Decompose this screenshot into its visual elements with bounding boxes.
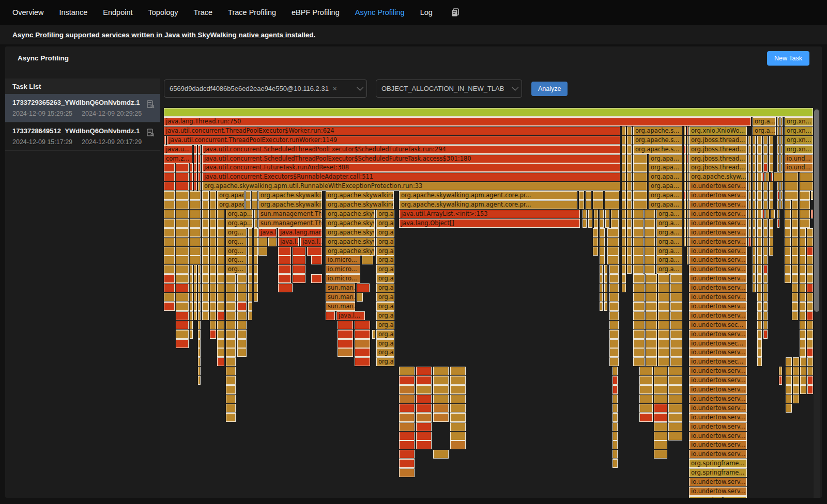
flame-cell[interactable] (278, 284, 293, 292)
flame-cell[interactable] (611, 219, 619, 228)
flame-cell[interactable] (646, 357, 657, 366)
flame-cell[interactable] (777, 219, 779, 228)
flame-cell[interactable] (668, 367, 682, 375)
flame-cell[interactable]: org.a... (376, 284, 394, 292)
flame-cell[interactable] (763, 145, 768, 154)
flame-cell[interactable] (164, 136, 166, 145)
task-list-item[interactable]: 1733729365263_YWdlbnQ6OnNvbmdz.12024-12-… (5, 94, 160, 122)
flame-cell[interactable] (786, 367, 792, 375)
flame-cell[interactable] (600, 247, 605, 256)
flame-cell[interactable]: org.apache.skywa... (326, 210, 375, 218)
flame-cell[interactable] (748, 163, 751, 172)
flame-cell[interactable] (748, 219, 751, 228)
flame-cell[interactable] (586, 191, 591, 200)
flame-cell[interactable] (237, 330, 247, 339)
flame-cell[interactable] (748, 145, 751, 154)
flame-cell[interactable] (800, 247, 806, 256)
flame-cell[interactable] (658, 321, 669, 329)
flame-cell[interactable] (763, 256, 768, 264)
flame-cell[interactable] (164, 228, 175, 237)
flame-cell[interactable] (633, 256, 644, 264)
flame-cell[interactable] (633, 339, 645, 348)
flame-cell[interactable] (748, 154, 751, 163)
flame-cell[interactable] (198, 163, 201, 172)
flame-cell[interactable]: org.apache.skywalking.... (258, 200, 322, 209)
flame-cell[interactable] (246, 200, 251, 209)
flame-cell[interactable] (800, 228, 806, 237)
flame-cell[interactable]: org.xnio.XnioWo... (689, 127, 747, 135)
flame-cell[interactable] (190, 330, 193, 339)
flame-cell[interactable] (164, 284, 175, 292)
flame-cell[interactable] (627, 200, 632, 209)
flame-cell[interactable] (600, 238, 605, 246)
flame-cell[interactable] (684, 228, 686, 237)
flame-cell[interactable] (226, 302, 236, 311)
flame-cell[interactable] (646, 330, 657, 339)
flame-cell[interactable] (645, 238, 655, 246)
flame-cell[interactable] (792, 284, 798, 292)
flame-cell[interactable] (612, 385, 618, 394)
flame-cell[interactable] (807, 228, 813, 237)
flame-cell[interactable] (612, 432, 618, 440)
flame-cell[interactable] (769, 163, 773, 172)
flame-cell[interactable] (748, 228, 751, 237)
flame-cell[interactable] (757, 265, 762, 274)
flame-cell[interactable]: org.a... (376, 247, 394, 256)
flame-cell[interactable] (800, 274, 806, 283)
flame-cell[interactable] (687, 200, 688, 209)
flame-cell[interactable] (258, 247, 267, 256)
flame-cell[interactable] (612, 422, 618, 431)
flame-cell[interactable]: io.micro... (326, 274, 360, 283)
flame-cell[interactable] (763, 228, 768, 237)
flame-cell[interactable] (627, 145, 632, 154)
flame-cell[interactable] (202, 228, 209, 237)
flame-cell[interactable] (684, 136, 686, 145)
task-list-item[interactable]: 1733728649512_YWdlbnQ6OnNvbmdz.12024-12-… (5, 122, 160, 151)
flame-cell[interactable] (684, 172, 686, 181)
flame-cell[interactable] (753, 182, 756, 191)
flame-cell[interactable] (217, 219, 224, 228)
flame-cell[interactable] (176, 247, 189, 256)
flame-cell[interactable] (604, 284, 607, 292)
flame-cell[interactable] (399, 432, 415, 440)
flame-cell[interactable] (226, 367, 236, 375)
flame-cell[interactable]: org.apac... (217, 200, 244, 209)
flame-cell[interactable] (450, 367, 466, 375)
flame-cell[interactable] (226, 311, 236, 320)
flame-cell[interactable] (248, 311, 252, 320)
flame-cell[interactable] (684, 238, 686, 246)
flame-cell[interactable] (753, 145, 756, 154)
flame-cell[interactable] (164, 163, 175, 172)
flame-cell[interactable] (607, 256, 619, 264)
flame-cell[interactable]: java.l... (278, 238, 299, 246)
flame-cell[interactable] (226, 385, 236, 394)
flame-cell[interactable] (757, 210, 762, 218)
flame-cell[interactable] (190, 293, 193, 302)
flame-cell[interactable]: io.undertow.serv... (689, 440, 747, 449)
flame-cell[interactable] (777, 127, 779, 135)
flame-cell[interactable]: java.u... (164, 145, 192, 154)
flame-cell[interactable]: org... (226, 256, 247, 264)
flame-cell[interactable] (757, 330, 762, 339)
flame-cell[interactable]: org.apa... (649, 182, 682, 191)
flame-cell[interactable] (763, 284, 768, 292)
flame-cell[interactable] (217, 311, 224, 320)
flame-cell[interactable] (792, 247, 798, 256)
flame-cell[interactable] (622, 284, 626, 292)
flame-cell[interactable] (763, 163, 768, 172)
flame-cell[interactable] (785, 265, 791, 274)
flame-cell[interactable] (176, 238, 189, 246)
flame-cell[interactable] (670, 293, 682, 302)
flame-cell[interactable]: io.undertow.sec... (689, 339, 747, 348)
flame-cell[interactable] (338, 348, 353, 357)
flame-cell[interactable] (687, 238, 688, 246)
flame-cell[interactable] (609, 321, 619, 329)
event-type-select[interactable]: OBJECT_ALLOCATION_IN_NEW_TLAB (376, 80, 522, 98)
flame-cell[interactable] (627, 127, 632, 135)
instance-select[interactable]: 6569d9dadcdf4086b5e6ed2eae94e550@10.116.… (164, 80, 367, 98)
flame-cell[interactable] (633, 228, 644, 237)
flame-cell[interactable]: java.l... (258, 228, 277, 237)
flame-cell[interactable] (176, 293, 189, 302)
flame-cell[interactable] (769, 228, 773, 237)
flame-cell[interactable]: io.undertow.sec... (689, 321, 747, 329)
